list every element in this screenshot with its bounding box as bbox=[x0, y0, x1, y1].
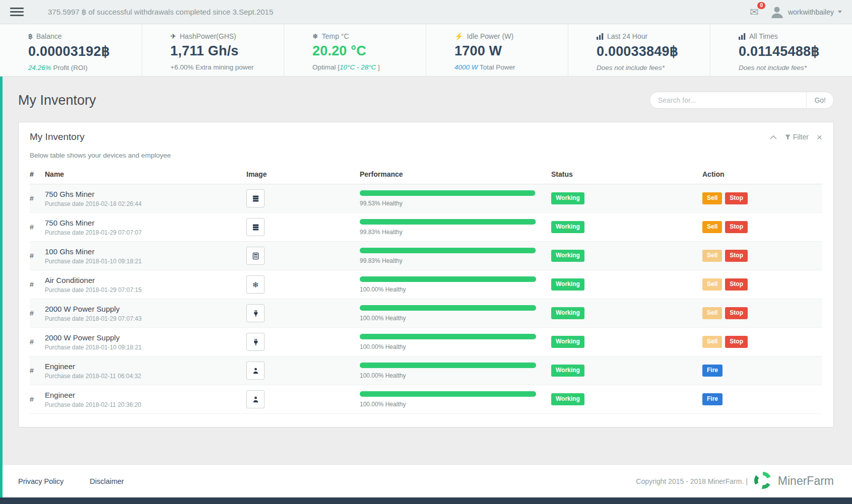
health-label: 99.83% Healthy bbox=[360, 257, 551, 264]
stat-label: HashPower(GHS) bbox=[180, 32, 236, 40]
health-label: 100.00% Healthy bbox=[360, 372, 551, 379]
stat-subtext: 4000 W Total Power bbox=[454, 63, 563, 71]
brand-name: MinerFarm bbox=[778, 474, 834, 488]
snowflake-icon: ❄ bbox=[252, 281, 259, 289]
table-row: #Air ConditionerPurchase date 2018-01-29… bbox=[30, 270, 822, 299]
filter-button[interactable]: Filter bbox=[785, 133, 809, 141]
page-head: My Inventory Go! bbox=[18, 92, 834, 109]
panel-tools: Filter × bbox=[770, 132, 822, 142]
stat-temp-c: ❄Temp °C20.20 °COptimal [10°C - 28°C ] bbox=[284, 24, 426, 76]
stop-button[interactable]: Stop bbox=[725, 278, 748, 291]
purchase-date: Purchase date 2018-01-10 09:18:21 bbox=[45, 344, 246, 351]
caret-down-icon bbox=[838, 11, 842, 13]
search-input[interactable] bbox=[650, 96, 806, 104]
funnel-icon bbox=[785, 134, 791, 140]
item-name: 2000 W Power Supply bbox=[45, 333, 246, 342]
stat-value: 1700 W bbox=[454, 43, 563, 59]
chart-icon bbox=[739, 33, 746, 40]
inventory-panel: My Inventory Filter × Below table shows … bbox=[18, 122, 834, 427]
item-image-box bbox=[246, 218, 265, 236]
search-go-button[interactable]: Go! bbox=[806, 92, 833, 108]
row-number: # bbox=[30, 328, 45, 356]
sell-button[interactable]: Sell bbox=[702, 278, 722, 291]
item-image-box bbox=[246, 189, 265, 207]
panel-header: My Inventory Filter × bbox=[19, 122, 833, 145]
health-progress-bar bbox=[360, 219, 536, 225]
stat-subtext: Does not include fees* bbox=[739, 64, 847, 71]
stop-button[interactable]: Stop bbox=[725, 192, 748, 204]
health-label: 99.53% Healthy bbox=[360, 200, 551, 207]
purchase-date: Purchase date 2018-01-29 07:07:07 bbox=[45, 229, 246, 236]
filter-label: Filter bbox=[793, 133, 809, 141]
disclaimer-link[interactable]: Disclaimer bbox=[90, 477, 124, 485]
item-image-box: ❄ bbox=[246, 275, 265, 294]
table-row: #EngineerPurchase date 2018-02-11 06:04:… bbox=[30, 356, 822, 385]
stat-all-times: All Times0.01145488฿Does not include fee… bbox=[710, 24, 852, 76]
col-header-image: Image bbox=[246, 163, 360, 184]
table-row: #100 Ghs MinerPurchase date 2018-01-10 0… bbox=[30, 242, 822, 270]
page-title: My Inventory bbox=[18, 93, 96, 108]
left-accent-stripe bbox=[0, 77, 3, 497]
chip-icon bbox=[252, 252, 259, 260]
table-row: #2000 W Power SupplyPurchase date 2018-0… bbox=[30, 299, 822, 328]
col-header-name: Name bbox=[45, 163, 246, 184]
user-menu[interactable]: workwithbailey bbox=[770, 5, 842, 19]
item-image-box bbox=[246, 390, 265, 408]
col-header-action: Action bbox=[702, 163, 822, 184]
health-label: 99.83% Healthy bbox=[360, 229, 551, 236]
chevron-up-icon bbox=[770, 135, 777, 139]
topbar-right: ✉ 0 workwithbailey bbox=[750, 5, 842, 19]
privacy-policy-link[interactable]: Privacy Policy bbox=[18, 477, 63, 485]
stop-button[interactable]: Stop bbox=[725, 336, 748, 348]
collapse-button[interactable] bbox=[770, 135, 777, 139]
item-name: 750 Ghs Miner bbox=[45, 190, 246, 198]
item-image-box bbox=[246, 362, 265, 380]
stat-value: 20.20 °C bbox=[312, 43, 421, 59]
copyright-text: Copyright 2015 - 2018 MinerFarm. | bbox=[636, 477, 748, 485]
status-badge: Working bbox=[551, 307, 584, 319]
panel-title: My Inventory bbox=[30, 131, 85, 142]
chart-icon bbox=[597, 33, 604, 40]
stat-value: 0.00003192฿ bbox=[28, 43, 137, 59]
table-row: #750 Ghs MinerPurchase date 2018-02-18 0… bbox=[30, 184, 822, 213]
sell-button[interactable]: Sell bbox=[702, 336, 722, 348]
purchase-date: Purchase date 2018-02-18 02:26:44 bbox=[45, 200, 246, 207]
sell-button[interactable]: Sell bbox=[702, 192, 722, 204]
username: workwithbailey bbox=[788, 8, 834, 16]
status-badge: Working bbox=[551, 192, 584, 204]
topbar: 375.5997 ฿ of successful withdrawals com… bbox=[0, 0, 852, 24]
col-header-status: Status bbox=[551, 163, 702, 184]
item-name: 2000 W Power Supply bbox=[45, 305, 246, 313]
sell-button[interactable]: Sell bbox=[702, 221, 722, 233]
stat-last-24-hour: Last 24 Hour0.00033849฿Does not include … bbox=[568, 24, 710, 76]
row-number: # bbox=[30, 299, 45, 328]
envelope-icon: ✉ bbox=[750, 6, 759, 18]
sell-button[interactable]: Sell bbox=[702, 250, 722, 262]
plug-icon bbox=[252, 338, 259, 346]
status-badge: Working bbox=[551, 393, 584, 405]
item-image-box bbox=[246, 304, 265, 322]
bitcoin-icon: ฿ bbox=[28, 33, 33, 40]
withdrawals-announcement: 375.5997 ฿ of successful withdrawals com… bbox=[48, 8, 273, 17]
stat-hashpower-ghs: ✈HashPower(GHS)1,711 Gh/s+6.00% Extra mi… bbox=[142, 24, 284, 76]
stop-button[interactable]: Stop bbox=[725, 307, 748, 319]
health-label: 100.00% Healthy bbox=[360, 343, 551, 350]
stop-button[interactable]: Stop bbox=[725, 221, 748, 233]
bottom-strip bbox=[0, 497, 852, 504]
fire-button[interactable]: Fire bbox=[702, 393, 723, 405]
table-row: #EngineerPurchase date 2018-02-11 20:36:… bbox=[30, 385, 822, 414]
plug-icon bbox=[252, 310, 259, 317]
health-progress-bar bbox=[360, 305, 536, 311]
sell-button[interactable]: Sell bbox=[702, 307, 722, 319]
menu-button[interactable] bbox=[10, 8, 24, 16]
stop-button[interactable]: Stop bbox=[725, 250, 748, 262]
close-button[interactable]: × bbox=[817, 132, 822, 142]
fire-button[interactable]: Fire bbox=[702, 365, 723, 377]
footer-right: Copyright 2015 - 2018 MinerFarm. | Miner… bbox=[636, 471, 834, 492]
panel-description: Below table shows your devices and emplo… bbox=[19, 145, 833, 160]
snowflake-icon: ❄ bbox=[312, 33, 318, 40]
status-badge: Working bbox=[551, 278, 584, 291]
health-progress-bar bbox=[360, 248, 536, 253]
messages-button[interactable]: ✉ 0 bbox=[750, 7, 759, 17]
item-image-box bbox=[246, 333, 265, 351]
